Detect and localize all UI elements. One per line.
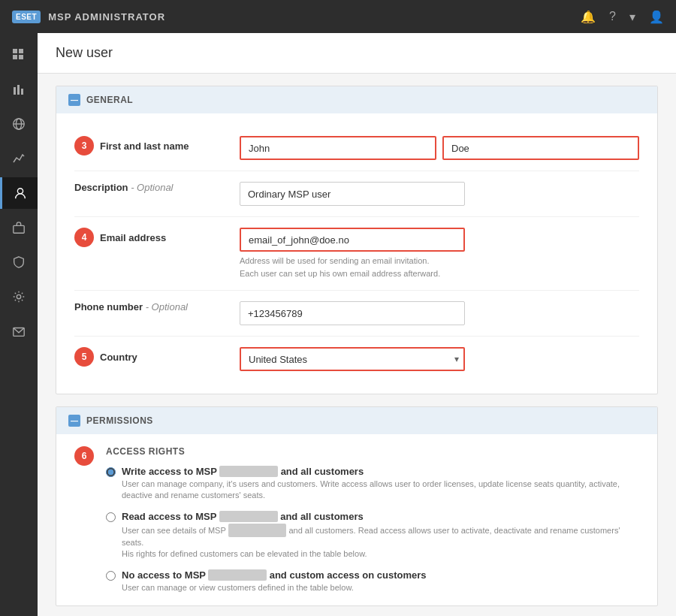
name-label-area: 3 First and last name — [74, 136, 240, 156]
permissions-body: 6 ACCESS RIGHTS Write access to MSP — [56, 434, 657, 605]
access-option-noaccess: No access to MSP ████████ and custom acc… — [106, 569, 639, 593]
country-select-wrapper: United States United Kingdom Germany Nor… — [240, 347, 465, 371]
sidebar-item-settings[interactable] — [0, 281, 38, 313]
permissions-section-icon: — — [68, 415, 80, 427]
email-row: 4 Email address Address will be used for… — [74, 217, 639, 291]
general-section-body: 3 First and last name — [56, 113, 657, 394]
first-name-input[interactable] — [240, 136, 436, 160]
read-desc: User can see details of MSP ████████ and… — [122, 524, 639, 560]
sidebar-item-envelope[interactable] — [0, 316, 38, 347]
write-label: Write access to MSP ████████ and all cus… — [122, 466, 639, 477]
svg-rect-2 — [13, 55, 17, 59]
email-control: Address will be used for sending an emai… — [240, 228, 639, 279]
sidebar-item-shield[interactable] — [0, 246, 38, 278]
svg-rect-3 — [19, 55, 23, 59]
page-header: New user — [38, 33, 676, 74]
step-3-badge: 3 — [74, 136, 94, 156]
sidebar-item-grid[interactable] — [0, 39, 38, 71]
noaccess-desc: User can manage or view customers define… — [122, 582, 427, 593]
last-name-input[interactable] — [442, 136, 639, 160]
svg-rect-1 — [19, 49, 23, 53]
noaccess-blurred: ████████ — [208, 569, 267, 581]
write-radio[interactable] — [106, 467, 116, 477]
sidebar-item-chart[interactable] — [0, 143, 38, 174]
write-option-content: Write access to MSP ████████ and all cus… — [122, 466, 639, 502]
email-label: Email address — [100, 232, 166, 243]
permissions-section-header: — PERMISSIONS — [56, 407, 657, 434]
layout: New user — GENERAL 3 First and last name — [0, 33, 676, 616]
read-label: Read access to MSP ████████ and all cust… — [122, 511, 639, 522]
general-section: — GENERAL 3 First and last name — [56, 86, 658, 394]
noaccess-option-content: No access to MSP ████████ and custom acc… — [122, 569, 427, 593]
write-desc: User can manage company, it's users and … — [122, 479, 639, 502]
app-header: ESET MSP ADMINISTRATOR 🔔 ? ▾ 👤 — [0, 0, 676, 33]
permissions-section-title: PERMISSIONS — [86, 415, 153, 426]
access-rights-list: Write access to MSP ████████ and all cus… — [106, 466, 639, 593]
sidebar-item-reports[interactable] — [0, 74, 38, 105]
sidebar-item-briefcase[interactable] — [0, 212, 38, 243]
description-row: Description - Optional — [74, 171, 639, 217]
description-optional: - Optional — [131, 182, 173, 193]
access-rights-title: ACCESS RIGHTS — [106, 446, 639, 457]
country-row: 5 Country United States United Kingdom G… — [74, 337, 639, 382]
name-row: 3 First and last name — [74, 125, 639, 171]
phone-control — [240, 301, 639, 325]
description-control — [240, 182, 639, 206]
access-option-write: Write access to MSP ████████ and all cus… — [106, 466, 639, 502]
phone-optional: - Optional — [146, 301, 188, 313]
email-hint: Address will be used for sending an emai… — [240, 255, 639, 279]
read-blurred: ████████ — [219, 511, 278, 522]
read-desc-blurred: ████████ — [228, 524, 287, 537]
name-inputs-row — [240, 136, 639, 160]
noaccess-label: No access to MSP ████████ and custom acc… — [122, 569, 427, 581]
step-5-badge: 5 — [74, 347, 94, 367]
phone-label-area: Phone number - Optional — [74, 301, 240, 313]
general-section-icon: — — [68, 94, 80, 106]
general-section-header: — GENERAL — [56, 86, 657, 113]
eset-logo: ESET — [12, 11, 41, 23]
email-label-area: 4 Email address — [74, 228, 240, 247]
country-label-area: 5 Country — [74, 347, 240, 367]
country-select[interactable]: United States United Kingdom Germany Nor… — [240, 347, 465, 371]
step-6-badge: 6 — [74, 446, 94, 466]
noaccess-radio[interactable] — [106, 571, 116, 581]
content-area: — GENERAL 3 First and last name — [38, 74, 676, 616]
permissions-section: — PERMISSIONS 6 ACCESS RIGHTS — [56, 406, 658, 606]
description-label: Description - Optional — [74, 182, 174, 193]
access-option-read: Read access to MSP ████████ and all cust… — [106, 511, 639, 560]
chevron-down-icon[interactable]: ▾ — [629, 10, 635, 24]
header-left: ESET MSP ADMINISTRATOR — [12, 11, 165, 23]
app-title: MSP ADMINISTRATOR — [48, 11, 165, 23]
write-blurred: ████████ — [219, 466, 278, 477]
phone-label: Phone number - Optional — [74, 301, 188, 313]
step-4-badge: 4 — [74, 228, 94, 247]
sidebar-item-globe[interactable] — [0, 108, 38, 140]
description-label-area: Description - Optional — [74, 182, 240, 193]
read-option-content: Read access to MSP ████████ and all cust… — [122, 511, 639, 560]
svg-rect-11 — [14, 225, 24, 233]
svg-rect-0 — [13, 49, 17, 53]
main-content: New user — GENERAL 3 First and last name — [38, 33, 676, 616]
svg-rect-5 — [17, 85, 20, 95]
svg-rect-4 — [14, 87, 16, 95]
country-label: Country — [100, 352, 137, 363]
svg-point-12 — [17, 294, 20, 298]
description-input[interactable] — [240, 182, 465, 206]
header-right: 🔔 ? ▾ 👤 — [581, 10, 664, 24]
country-control: United States United Kingdom Germany Nor… — [240, 347, 639, 371]
phone-row: Phone number - Optional — [74, 291, 639, 337]
general-section-title: GENERAL — [86, 95, 133, 105]
name-inputs — [240, 136, 639, 160]
svg-point-10 — [17, 189, 23, 194]
sidebar — [0, 33, 38, 616]
user-icon[interactable]: 👤 — [649, 10, 664, 24]
phone-input[interactable] — [240, 301, 465, 325]
page-title: New user — [56, 45, 658, 61]
help-icon[interactable]: ? — [609, 10, 616, 23]
name-label: First and last name — [100, 140, 189, 152]
svg-rect-6 — [21, 89, 23, 95]
read-radio[interactable] — [106, 512, 116, 522]
email-input[interactable] — [240, 228, 465, 252]
sidebar-item-users[interactable] — [0, 177, 38, 209]
notification-icon[interactable]: 🔔 — [581, 10, 596, 24]
